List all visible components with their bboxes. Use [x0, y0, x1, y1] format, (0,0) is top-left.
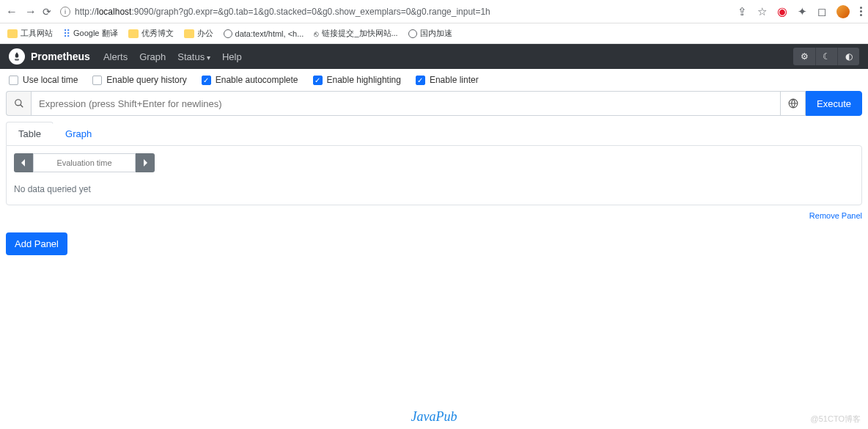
brand-label: Prometheus [31, 51, 90, 62]
bookmark-item[interactable]: data:text/html, <h... [224, 29, 304, 38]
forward-icon[interactable]: → [25, 5, 37, 18]
checkbox-icon[interactable] [9, 76, 18, 85]
result-panel: No data queried yet [6, 145, 862, 205]
weibo-icon[interactable]: ◉ [777, 4, 787, 18]
svg-line-1 [20, 105, 23, 108]
globe-icon [408, 29, 417, 38]
window-icon[interactable]: ◻ [817, 5, 826, 18]
bookmark-item[interactable]: 优秀博文 [128, 28, 174, 39]
info-icon[interactable]: i [60, 7, 70, 17]
expression-input[interactable] [31, 91, 781, 116]
checkbox-icon[interactable] [416, 76, 425, 85]
bookmark-item[interactable]: 办公 [184, 28, 213, 39]
opt-local-time[interactable]: Use local time [9, 75, 78, 85]
app-navbar: Prometheus Alerts Graph Status Help ⚙ ☾ … [0, 44, 868, 69]
eval-next-button[interactable] [136, 153, 155, 172]
extensions-icon[interactable]: ✦ [798, 5, 807, 18]
search-icon [6, 91, 31, 116]
remove-panel-link[interactable]: Remove Panel [809, 211, 862, 220]
tab-graph[interactable]: Graph [53, 122, 104, 145]
menu-icon[interactable] [860, 7, 862, 16]
bookmarks-bar: 工具网站 ⠿Google 翻译 优秀博文 办公 data:text/html, … [0, 23, 868, 44]
bookmark-item[interactable]: ⠿Google 翻译 [63, 28, 118, 40]
options-row: Use local time Enable query history Enab… [0, 69, 868, 91]
execute-button[interactable]: Execute [806, 91, 862, 116]
opt-highlighting[interactable]: Enable highlighting [313, 75, 401, 85]
prometheus-logo-icon [9, 48, 25, 65]
checkbox-icon[interactable] [313, 76, 323, 85]
checkbox-icon[interactable] [92, 76, 102, 85]
share-icon[interactable]: ⇪ [738, 5, 747, 18]
back-icon[interactable]: ← [6, 5, 18, 18]
result-tabs: Table Graph [6, 122, 862, 145]
folder-icon [128, 29, 139, 38]
nav-alerts[interactable]: Alerts [103, 51, 128, 62]
opt-autocomplete[interactable]: Enable autocomplete [202, 75, 298, 85]
translate-icon: ⠿ [63, 28, 70, 40]
checkbox-icon[interactable] [202, 76, 211, 85]
remove-panel-row: Remove Panel [6, 210, 862, 221]
star-icon[interactable]: ☆ [757, 5, 767, 18]
moon-icon[interactable]: ☾ [815, 48, 837, 65]
opt-query-history[interactable]: Enable query history [92, 75, 186, 85]
contrast-icon[interactable]: ◐ [837, 48, 859, 65]
settings-icon[interactable]: ⚙ [793, 48, 815, 65]
folder-icon [184, 29, 194, 38]
expression-row: Execute [6, 91, 862, 116]
url-text: http://localhost:9090/graph?g0.expr=&g0.… [75, 7, 490, 17]
no-data-message: No data queried yet [14, 181, 854, 197]
link-icon: ⎋ [314, 29, 319, 38]
brand[interactable]: Prometheus [9, 48, 90, 65]
eval-time-row [14, 153, 854, 172]
metrics-explorer-icon[interactable] [781, 91, 806, 116]
bookmark-item[interactable]: 工具网站 [7, 28, 53, 39]
nav-help[interactable]: Help [222, 51, 242, 62]
globe-icon [224, 29, 232, 38]
profile-icon[interactable] [836, 5, 850, 18]
bookmark-item[interactable]: 国内加速 [408, 28, 452, 39]
browser-toolbar: ← → ⟳ i http://localhost:9090/graph?g0.e… [0, 0, 868, 23]
opt-linter[interactable]: Enable linter [416, 75, 479, 85]
add-panel-button[interactable]: Add Panel [6, 232, 67, 255]
javapub-watermark: JavaPub [0, 409, 868, 425]
nav-status[interactable]: Status [177, 51, 210, 62]
eval-prev-button[interactable] [14, 153, 33, 172]
eval-time-input[interactable] [33, 153, 136, 172]
nav-graph[interactable]: Graph [139, 51, 166, 62]
cto-watermark: @51CTO博客 [811, 414, 861, 425]
tab-table[interactable]: Table [6, 122, 54, 145]
bookmark-item[interactable]: ⎋链接提交_加快网站... [314, 28, 397, 39]
svg-point-0 [15, 100, 21, 106]
address-bar[interactable]: i http://localhost:9090/graph?g0.expr=&g… [57, 7, 732, 17]
reload-icon[interactable]: ⟳ [43, 6, 51, 18]
browser-actions: ⇪ ☆ ◉ ✦ ◻ [738, 4, 862, 18]
folder-icon [7, 29, 18, 38]
